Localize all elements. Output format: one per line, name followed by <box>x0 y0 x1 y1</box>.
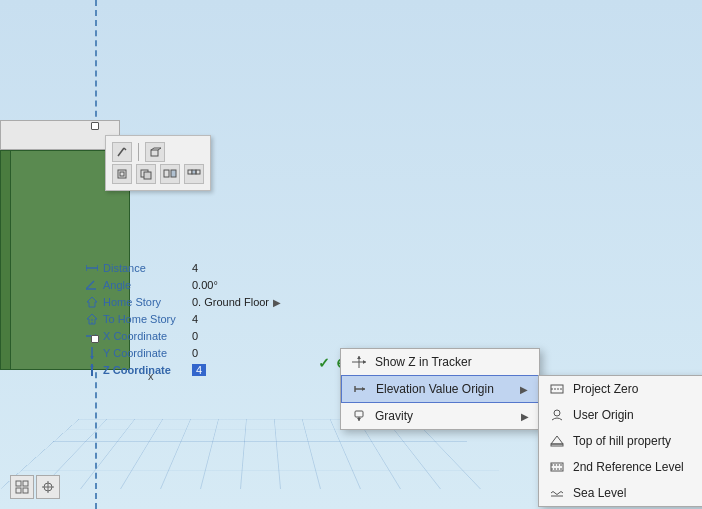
distance-value: 4 <box>192 262 198 274</box>
bottom-icon-grid <box>10 475 60 499</box>
box-icon[interactable] <box>145 142 165 162</box>
checkmark-icon[interactable]: ✓ <box>318 355 330 371</box>
angle-icon <box>85 278 99 292</box>
context-menu: Show Z in Tracker Elevation Value Origin… <box>340 348 540 430</box>
sea-level-label: Sea Level <box>573 486 702 500</box>
pencil-icon[interactable] <box>112 142 132 162</box>
elevation-icon <box>352 381 368 397</box>
gravity-label: Gravity <box>375 409 513 423</box>
rotate-icon[interactable] <box>136 164 156 184</box>
distance-row: Distance 4 <box>85 260 281 276</box>
elevation-submenu: Project Zero User Origin <box>538 375 702 507</box>
angle-row: Angle 0.00° <box>85 277 281 293</box>
2nd-ref-level-label: 2nd Reference Level <box>573 460 702 474</box>
2nd-ref-level-item[interactable]: 2nd Reference Level <box>539 454 702 480</box>
svg-point-38 <box>554 410 560 416</box>
homestory-label: Home Story <box>103 296 188 308</box>
svg-marker-47 <box>357 418 361 421</box>
elevation-submenu-arrow: ▶ <box>520 384 528 395</box>
show-z-tracker-label: Show Z in Tracker <box>375 355 529 369</box>
distance-label: Distance <box>103 262 188 274</box>
project-zero-icon <box>549 381 565 397</box>
svg-rect-40 <box>551 444 563 446</box>
svg-marker-32 <box>357 356 361 359</box>
mirror-icon[interactable] <box>160 164 180 184</box>
user-origin-item[interactable]: User Origin <box>539 402 702 428</box>
top-of-hill-label: Top of hill property <box>573 434 702 448</box>
svg-rect-10 <box>164 170 169 177</box>
svg-rect-11 <box>171 170 176 177</box>
to-homestory-row: To Home Story 4 <box>85 311 281 327</box>
toolbar-row-1 <box>112 142 204 162</box>
svg-marker-30 <box>363 360 366 364</box>
svg-line-0 <box>118 148 124 156</box>
homestory-row[interactable]: Home Story 0. Ground Floor ▶ <box>85 294 281 310</box>
show-z-tracker-item[interactable]: Show Z in Tracker <box>341 349 539 375</box>
svg-rect-2 <box>151 150 158 156</box>
y-coord-label: Y Coordinate <box>103 347 188 359</box>
svg-marker-20 <box>87 297 97 307</box>
user-origin-label: User Origin <box>573 408 702 422</box>
gravity-submenu-arrow: ▶ <box>521 411 529 422</box>
svg-rect-41 <box>551 463 563 471</box>
gravity-item[interactable]: Gravity ▶ <box>341 403 539 429</box>
svg-rect-7 <box>120 172 124 176</box>
floating-toolbar <box>105 135 211 191</box>
tracker-icon <box>351 354 367 370</box>
array-icon[interactable] <box>184 164 204 184</box>
grid-icon-1[interactable] <box>10 475 34 499</box>
svg-rect-9 <box>144 172 151 179</box>
3d-viewport: x <box>0 0 702 509</box>
svg-rect-14 <box>196 170 200 174</box>
toolbar-divider <box>138 143 139 161</box>
building-top-face <box>0 120 120 150</box>
svg-rect-12 <box>188 170 192 174</box>
svg-line-19 <box>86 281 94 289</box>
x-coord-row: X Coordinate 0 <box>85 328 281 344</box>
sea-level-icon <box>549 485 565 501</box>
x-coord-value: 0 <box>192 330 198 342</box>
corner-marker-bottom-left <box>91 335 99 343</box>
2nd-ref-icon <box>549 459 565 475</box>
toolbar-row-2 <box>112 164 204 184</box>
to-homestory-value: 4 <box>192 313 198 325</box>
svg-marker-35 <box>362 387 365 391</box>
svg-rect-49 <box>23 481 28 486</box>
homestory-arrow: ▶ <box>273 297 281 308</box>
top-of-hill-item[interactable]: Top of hill property <box>539 428 702 454</box>
z-coord-row: Z Coordinate 4 <box>85 362 281 378</box>
z-coord-label: Z Coordinate <box>103 364 188 376</box>
top-of-hill-icon <box>549 433 565 449</box>
homestory-value: 0. Ground Floor ▶ <box>192 296 281 308</box>
project-zero-label: Project Zero <box>573 382 702 396</box>
svg-marker-39 <box>551 436 563 444</box>
user-origin-icon <box>549 407 565 423</box>
z-coord-value: 4 <box>192 364 206 376</box>
angle-label: Angle <box>103 279 188 291</box>
svg-rect-50 <box>16 488 21 493</box>
y-coord-icon <box>85 346 99 360</box>
x-coord-label: X Coordinate <box>103 330 188 342</box>
elevation-value-origin-label: Elevation Value Origin <box>376 382 512 396</box>
to-homestory-icon <box>85 312 99 326</box>
z-coord-icon <box>85 363 99 377</box>
homestory-icon <box>85 295 99 309</box>
distance-icon <box>85 261 99 275</box>
y-coord-value: 0 <box>192 347 198 359</box>
svg-rect-51 <box>23 488 28 493</box>
svg-line-1 <box>124 148 126 150</box>
project-zero-item[interactable]: Project Zero <box>539 376 702 402</box>
svg-rect-13 <box>192 170 196 174</box>
grid-icon-2[interactable] <box>36 475 60 499</box>
corner-marker-top-left <box>91 122 99 130</box>
y-coord-row: Y Coordinate 0 <box>85 345 281 361</box>
angle-value: 0.00° <box>192 279 218 291</box>
info-panel: Distance 4 Angle 0.00° Home Story 0. Gro… <box>85 260 281 379</box>
svg-marker-26 <box>90 356 94 359</box>
svg-rect-48 <box>16 481 21 486</box>
elevation-value-origin-item[interactable]: Elevation Value Origin ▶ Project Zero <box>341 375 539 403</box>
sea-level-item[interactable]: Sea Level <box>539 480 702 506</box>
gravity-icon <box>351 408 367 424</box>
move-icon[interactable] <box>112 164 132 184</box>
to-homestory-label: To Home Story <box>103 313 188 325</box>
